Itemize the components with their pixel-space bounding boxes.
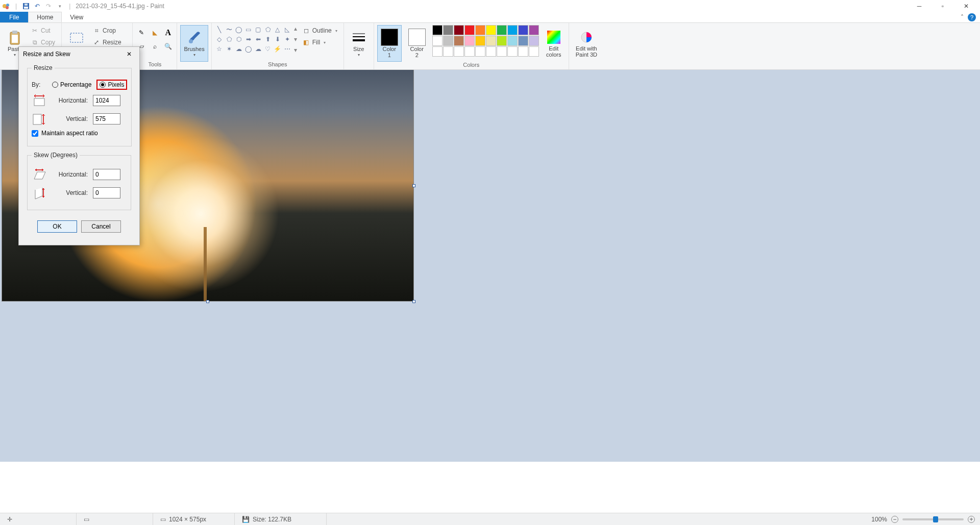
- radio-pixels[interactable]: Pixels: [96, 80, 127, 90]
- shapes-scroll-up[interactable]: ▴: [294, 25, 297, 32]
- shape-arrow-u[interactable]: ⬆: [263, 35, 273, 44]
- cut-button[interactable]: ✂Cut: [28, 25, 58, 36]
- zoom-in-button[interactable]: +: [968, 516, 975, 523]
- shape-diamond[interactable]: ◇: [215, 35, 224, 44]
- pencil-tool[interactable]: ✎: [136, 27, 147, 38]
- color-swatch[interactable]: [529, 25, 539, 35]
- shape-pentagon[interactable]: ⬠: [225, 35, 234, 44]
- color-swatch[interactable]: [486, 25, 496, 35]
- resize-horizontal-input[interactable]: [93, 95, 120, 106]
- color-swatch[interactable]: [475, 46, 485, 57]
- color-swatch[interactable]: [529, 46, 539, 57]
- shape-callout-round[interactable]: ☁: [234, 44, 243, 54]
- color-swatch[interactable]: [454, 46, 464, 57]
- text-tool[interactable]: A: [162, 27, 174, 38]
- shape-hexagon[interactable]: ⬡: [234, 35, 243, 44]
- size-button[interactable]: Size ▾: [347, 25, 371, 62]
- tab-view[interactable]: View: [62, 12, 91, 22]
- zoom-slider[interactable]: [902, 518, 964, 520]
- redo-icon[interactable]: ↷: [44, 2, 53, 10]
- resize-vertical-input[interactable]: [93, 113, 120, 124]
- collapse-ribbon-icon[interactable]: ˄: [961, 14, 964, 21]
- color-swatch[interactable]: [475, 36, 485, 46]
- shape-callout-cloud[interactable]: ☁: [254, 44, 263, 54]
- color-swatch[interactable]: [497, 25, 507, 35]
- shape-line[interactable]: ╲: [215, 25, 224, 34]
- canvas-area[interactable]: [0, 70, 980, 462]
- color-swatch[interactable]: [497, 46, 507, 57]
- color-swatch[interactable]: [518, 36, 528, 46]
- color1-button[interactable]: Color 1: [377, 25, 402, 62]
- cancel-button[interactable]: Cancel: [81, 220, 121, 233]
- shape-4star[interactable]: ✦: [283, 35, 292, 44]
- resize-handle-e[interactable]: [412, 184, 415, 187]
- crop-button[interactable]: ⌗Crop: [89, 25, 129, 36]
- help-icon[interactable]: ?: [968, 13, 976, 21]
- color-swatch[interactable]: [443, 36, 453, 46]
- undo-icon[interactable]: ↶: [33, 2, 41, 10]
- color-swatch[interactable]: [486, 36, 496, 46]
- color-swatch[interactable]: [454, 36, 464, 46]
- shape-oval[interactable]: ◯: [234, 25, 243, 34]
- color-swatch[interactable]: [507, 25, 518, 35]
- dialog-close-button[interactable]: ✕: [123, 48, 135, 60]
- color-swatch[interactable]: [432, 36, 443, 46]
- shape-rtriangle[interactable]: ◺: [283, 25, 292, 34]
- color-swatch[interactable]: [443, 46, 453, 57]
- color-swatch[interactable]: [497, 36, 507, 46]
- shape-roundrect[interactable]: ▢: [254, 25, 263, 34]
- close-button[interactable]: ✕: [954, 0, 978, 12]
- color-swatch[interactable]: [518, 46, 528, 57]
- shape-fill-button[interactable]: ◧Fill▾: [299, 37, 340, 48]
- shape-triangle[interactable]: △: [273, 25, 282, 34]
- color-swatch[interactable]: [432, 25, 443, 35]
- color-swatch[interactable]: [464, 46, 475, 57]
- color-swatch[interactable]: [432, 46, 443, 57]
- shapes-gallery[interactable]: ╲〜◯▭▢⬠△◺ ◇⬠⬡➡⬅⬆⬇✦ ☆✶☁◯☁♡⚡⋯: [215, 25, 292, 54]
- edit-colors-button[interactable]: Edit colors: [542, 25, 566, 62]
- shapes-expand[interactable]: ▾: [294, 46, 297, 54]
- color-swatch[interactable]: [507, 46, 518, 57]
- shape-heart[interactable]: ♡: [263, 44, 273, 54]
- color-swatch[interactable]: [454, 25, 464, 35]
- fill-tool[interactable]: ◣: [149, 27, 160, 38]
- picker-tool[interactable]: ⌕: [149, 41, 160, 52]
- ok-button[interactable]: OK: [37, 220, 77, 233]
- color-swatch[interactable]: [486, 46, 496, 57]
- shape-rect[interactable]: ▭: [244, 25, 253, 34]
- save-icon[interactable]: [22, 2, 30, 10]
- shape-lightning[interactable]: ⚡: [273, 44, 282, 54]
- shape-arrow-d[interactable]: ⬇: [273, 35, 282, 44]
- minimize-button[interactable]: ─: [908, 0, 931, 12]
- tab-file[interactable]: File: [0, 12, 28, 22]
- resize-handle-s[interactable]: [206, 300, 209, 303]
- magnifier-tool[interactable]: 🔍: [162, 41, 174, 52]
- shape-6star[interactable]: ✶: [225, 44, 234, 54]
- color-swatch[interactable]: [475, 25, 485, 35]
- shape-arrow-l[interactable]: ⬅: [254, 35, 263, 44]
- color-swatch[interactable]: [443, 25, 453, 35]
- maintain-aspect-checkbox[interactable]: [32, 130, 38, 137]
- shape-polygon[interactable]: ⬠: [263, 25, 273, 34]
- shape-5star[interactable]: ☆: [215, 44, 224, 54]
- resize-handle-se[interactable]: [412, 300, 415, 303]
- color-swatch[interactable]: [507, 36, 518, 46]
- color-swatch[interactable]: [518, 25, 528, 35]
- maximize-button[interactable]: ▫: [931, 0, 954, 12]
- color-swatch[interactable]: [464, 25, 475, 35]
- brushes-button[interactable]: Brushes ▾: [180, 25, 208, 62]
- zoom-out-button[interactable]: −: [891, 516, 898, 523]
- color2-button[interactable]: Color 2: [405, 25, 429, 62]
- skew-horizontal-input[interactable]: [93, 169, 120, 180]
- shape-curve[interactable]: 〜: [225, 25, 234, 34]
- paint3d-button[interactable]: Edit with Paint 3D: [572, 25, 601, 62]
- qat-dropdown-icon[interactable]: ▾: [56, 2, 64, 10]
- radio-percentage[interactable]: Percentage: [52, 81, 91, 88]
- tab-home[interactable]: Home: [28, 12, 62, 22]
- shape-more[interactable]: ⋯: [283, 44, 292, 54]
- color-swatch[interactable]: [529, 36, 539, 46]
- skew-vertical-input[interactable]: [93, 187, 120, 198]
- shapes-scroll-down[interactable]: ▾: [294, 36, 297, 43]
- color-palette[interactable]: [432, 25, 539, 57]
- shape-arrow-r[interactable]: ➡: [244, 35, 253, 44]
